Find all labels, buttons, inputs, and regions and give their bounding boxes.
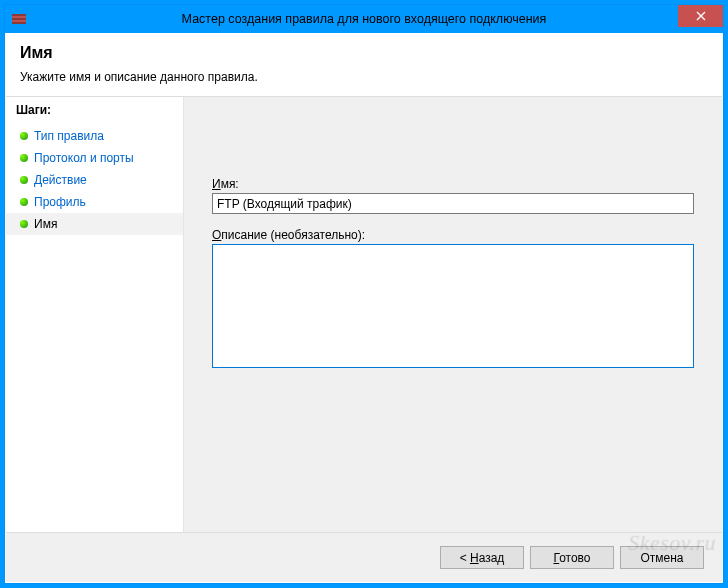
cancel-button[interactable]: Отмена — [620, 546, 704, 569]
header-area: Имя Укажите имя и описание данного прави… — [6, 34, 722, 96]
back-button[interactable]: < Назад — [440, 546, 524, 569]
finish-button[interactable]: Готово — [530, 546, 614, 569]
step-label: Действие — [34, 173, 87, 187]
svg-rect-3 — [12, 22, 26, 24]
dialog-body: Имя Укажите имя и описание данного прави… — [5, 33, 723, 583]
page-title: Имя — [20, 44, 708, 62]
description-label: Описание (необязательно): — [212, 228, 694, 242]
steps-sidebar: Шаги: Тип правила Протокол и порты Дейст… — [6, 97, 184, 532]
svg-rect-1 — [12, 14, 26, 16]
bullet-icon — [20, 132, 28, 140]
footer: < Назад Готово Отмена — [6, 532, 722, 582]
step-profile[interactable]: Профиль — [6, 191, 183, 213]
name-input[interactable] — [212, 193, 694, 214]
step-label: Имя — [34, 217, 57, 231]
window-title: Мастер создания правила для нового входя… — [5, 12, 723, 26]
step-protocol-ports[interactable]: Протокол и порты — [6, 147, 183, 169]
content-panel: Имя: Описание (необязательно): — [184, 97, 722, 532]
svg-rect-2 — [12, 18, 26, 20]
firewall-icon — [11, 11, 27, 27]
step-name[interactable]: Имя — [6, 213, 183, 235]
steps-header: Шаги: — [6, 97, 183, 125]
wizard-window: Мастер создания правила для нового входя… — [5, 5, 723, 583]
close-button[interactable] — [678, 5, 723, 27]
bullet-icon — [20, 176, 28, 184]
step-label: Тип правила — [34, 129, 104, 143]
titlebar: Мастер создания правила для нового входя… — [5, 5, 723, 33]
step-rule-type[interactable]: Тип правила — [6, 125, 183, 147]
step-label: Протокол и порты — [34, 151, 134, 165]
close-icon — [696, 11, 706, 21]
step-action[interactable]: Действие — [6, 169, 183, 191]
step-label: Профиль — [34, 195, 86, 209]
description-input[interactable] — [212, 244, 694, 368]
page-subtitle: Укажите имя и описание данного правила. — [20, 70, 708, 84]
name-label: Имя: — [212, 177, 694, 191]
bullet-icon — [20, 220, 28, 228]
bullet-icon — [20, 154, 28, 162]
bullet-icon — [20, 198, 28, 206]
